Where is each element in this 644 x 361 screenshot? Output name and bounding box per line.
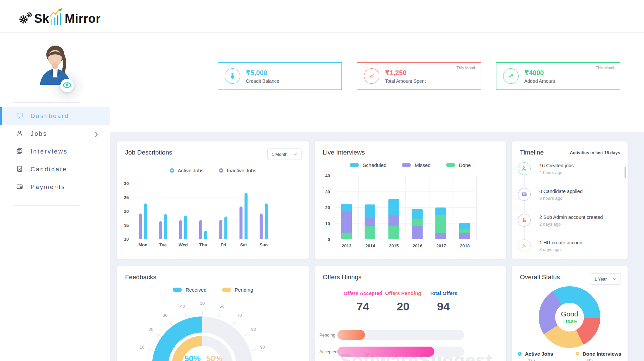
svg-text:50%: 50%: [184, 354, 201, 361]
legend-swatch: [173, 288, 182, 292]
card-value: ₹4000: [524, 69, 555, 77]
eye-icon: [63, 82, 71, 89]
chevron-down-icon: [613, 278, 616, 280]
interview-card-icon: [16, 147, 23, 156]
timeline-item-time: 8 hours ago: [539, 196, 583, 201]
sidebar-item-payments[interactable]: Payments: [0, 178, 110, 196]
progress-row: Pending: [319, 330, 470, 340]
feedbacks-panel: Feedbacks ReceivedPending 01020304050607…: [117, 266, 309, 361]
job-descriptions-panel: Job Descriptions 1 Month Active JobsInac…: [117, 141, 309, 259]
y-axis-tick: 40: [325, 173, 330, 178]
offer-stat-label: Total Offers: [423, 290, 464, 296]
growth-arrow-icon: [503, 68, 519, 84]
wallet-icon: [16, 183, 23, 191]
legend-item[interactable]: Done Interviews345: [576, 351, 629, 361]
legend-value: 345: [585, 358, 629, 361]
x-axis-label: 2016: [406, 243, 430, 248]
job-descriptions-chart: 1015202530 MonTueWedThuFriSatSun: [133, 183, 274, 249]
legend-label: Done Interviews: [583, 351, 621, 357]
growth-line-icon: [50, 7, 64, 25]
timeline-item-title: 2 Sub Admin account created: [539, 215, 603, 220]
view-profile-button[interactable]: [60, 79, 74, 92]
sidebar-nav: Dashboard Jobs ❯ Interviews Candidate: [0, 103, 110, 201]
timeline-scrollbar[interactable]: [625, 167, 626, 178]
bar-segment-missed: [365, 218, 375, 226]
bar-active-jobs: [224, 217, 227, 239]
stacked-bar: [435, 207, 446, 239]
chevron-down-icon: [293, 153, 297, 156]
legend-item[interactable]: Scheduled: [350, 162, 386, 168]
svg-text:60: 60: [219, 304, 224, 309]
bar-active-jobs: [204, 231, 207, 239]
legend-item[interactable]: Inactive Jobs: [219, 168, 257, 173]
panel-title: Overall Status: [520, 274, 560, 281]
bar-segment-missed: [435, 233, 446, 239]
panels-grid: Job Descriptions 1 Month Active JobsInac…: [110, 132, 644, 361]
bar-segment-scheduled: [459, 223, 470, 229]
legend-swatch: [170, 168, 174, 173]
sidebar-item-label: Dashboard: [31, 113, 69, 120]
bar-segment-scheduled: [388, 199, 399, 215]
legend-label: Done: [459, 162, 471, 168]
legend-item[interactable]: Missed: [402, 162, 431, 168]
stacked-bar: [341, 204, 352, 239]
stat-cards-row: ₹5,000 Creadit Balance ₹1,250 Total Amou…: [110, 33, 644, 132]
bar-segment-missed: [459, 233, 470, 239]
offer-stat: Offers Pending20: [383, 290, 423, 313]
timeline-panel: Timeline Activities in last 15 days 16 C…: [512, 141, 628, 259]
offer-stat-label: Offers Pending: [383, 290, 423, 296]
bar-segment-done: [388, 226, 399, 239]
x-axis-label: Sat: [233, 242, 254, 247]
sidebar: Dashboard Jobs ❯ Interviews Candidate: [0, 33, 110, 361]
sidebar-item-interviews[interactable]: Interviews: [0, 143, 110, 161]
legend-value: 426: [528, 358, 576, 361]
stacked-bar: [365, 204, 375, 239]
progress-fill: [337, 330, 365, 340]
legend-swatch: [222, 288, 231, 292]
timeline-item: 1 HR create account 3 days ago: [518, 239, 584, 252]
legend-item[interactable]: Active Jobs: [170, 168, 204, 173]
panel-title: Offers Hirings: [323, 274, 362, 281]
bar-segment-done: [412, 219, 423, 226]
sidebar-item-jobs[interactable]: Jobs ❯: [0, 125, 110, 143]
legend-item[interactable]: Pending: [222, 287, 253, 293]
svg-text:30: 30: [163, 313, 167, 318]
legend-item[interactable]: Received: [173, 287, 207, 293]
live-chart-legend: ScheduledMissedDone: [315, 162, 506, 168]
period-select[interactable]: 1 Month: [267, 148, 302, 160]
gears-icon: [17, 7, 34, 25]
app-logo: Sk Mirror: [17, 7, 101, 25]
legend-swatch: [518, 352, 522, 356]
monitor-icon: [16, 112, 23, 120]
sidebar-item-label: Payments: [31, 184, 65, 191]
offer-stat-value: 20: [383, 300, 423, 313]
panel-title: Job Descriptions: [125, 149, 172, 156]
card-value: ₹1,250: [385, 69, 426, 77]
period-select[interactable]: 1 Year: [590, 273, 621, 285]
overall-status-panel: Overall Status 1 Year Good ↑ 13.8% Activ…: [512, 266, 628, 361]
avatar: [35, 43, 75, 85]
bar-segment-scheduled: [435, 207, 446, 215]
y-axis-tick: 0: [328, 237, 330, 242]
sidebar-item-candidate[interactable]: Candidate: [0, 161, 110, 178]
progress-row-label: Pending: [319, 333, 337, 338]
sidebar-item-dashboard[interactable]: Dashboard: [0, 107, 110, 125]
legend-label: Pending: [235, 287, 253, 293]
app-header: Sk Mirror: [0, 0, 644, 33]
x-axis-label: Tue: [153, 242, 173, 247]
overall-status-legend: Active Jobs426Done Interviews345Received…: [518, 351, 629, 361]
stacked-bar: [412, 209, 423, 239]
x-axis-label: 2015: [382, 243, 406, 248]
timeline-item-title: 16 Created jobs: [539, 163, 574, 168]
id-badge-icon: [16, 165, 23, 174]
x-axis-label: 2013: [335, 243, 359, 248]
offer-stat: Offers Accepted74: [343, 290, 383, 313]
legend-item[interactable]: Done: [446, 162, 471, 168]
legend-item[interactable]: Active Jobs426: [518, 351, 576, 361]
sidebar-item-label: Jobs: [31, 130, 47, 137]
overall-status-donut-chart: Good ↑ 13.8%: [539, 286, 600, 348]
progress-fill: [337, 347, 434, 357]
legend-swatch: [576, 352, 579, 356]
donut-delta: ↑ 13.8%: [562, 319, 577, 324]
card-badge: This Month: [457, 66, 476, 70]
